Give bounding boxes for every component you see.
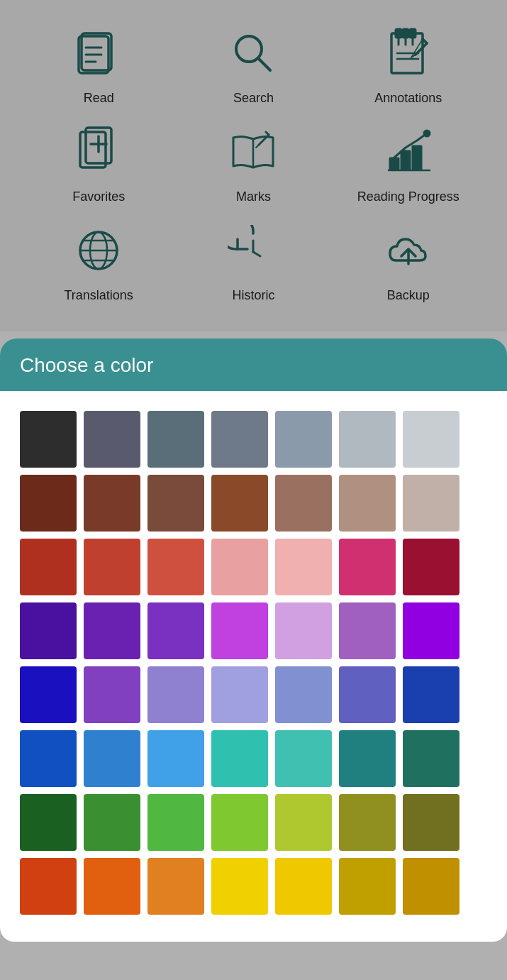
color-swatch[interactable] [211,602,268,659]
menu-item-backup[interactable]: Backup [345,219,472,303]
color-swatch[interactable] [84,730,140,787]
color-swatch[interactable] [403,411,459,468]
color-row-8 [20,858,487,915]
color-swatch[interactable] [211,794,268,851]
color-swatch[interactable] [84,858,140,915]
color-swatch[interactable] [275,858,332,915]
color-swatch[interactable] [339,794,396,851]
color-swatch[interactable] [20,475,77,532]
svg-rect-13 [410,29,416,38]
color-row-7 [20,794,487,851]
color-swatch[interactable] [211,475,268,532]
menu-item-search[interactable]: Search [189,21,317,106]
translations-label: Translations [64,288,133,303]
color-swatch[interactable] [339,475,396,532]
color-swatch[interactable] [339,602,396,659]
color-row-1 [20,411,487,468]
translations-icon [73,225,124,276]
color-swatch[interactable] [275,730,332,787]
color-swatch[interactable] [403,539,459,595]
color-swatch[interactable] [147,730,204,787]
backup-label: Backup [387,288,430,303]
color-swatch[interactable] [20,794,77,851]
color-swatch[interactable] [147,475,204,532]
read-label: Read [84,91,114,106]
favorites-label: Favorites [72,189,125,204]
svg-line-16 [416,43,427,55]
color-swatch[interactable] [20,666,77,723]
color-swatch[interactable] [339,666,396,723]
color-swatch[interactable] [403,730,459,787]
color-swatch[interactable] [275,666,332,723]
color-swatch[interactable] [211,411,268,468]
color-swatch[interactable] [403,666,459,723]
menu-item-read[interactable]: Read [35,21,162,106]
color-swatch[interactable] [20,539,77,595]
color-swatch[interactable] [147,411,204,468]
historic-icon [228,225,279,276]
color-swatch[interactable] [403,858,459,915]
color-swatch[interactable] [275,602,332,659]
color-row-5 [20,666,487,723]
menu-item-translations[interactable]: Translations [35,219,162,303]
color-swatch[interactable] [20,411,77,468]
color-swatch[interactable] [339,539,396,595]
translations-icon-wrap [67,219,130,282]
favorites-icon [73,126,124,177]
annotations-icon-wrap [377,21,440,85]
color-swatch[interactable] [84,539,140,595]
svg-rect-12 [403,29,408,38]
search-icon-wrap [221,21,285,85]
color-swatch[interactable] [275,539,332,595]
color-row-2 [20,475,487,532]
svg-line-26 [266,132,269,135]
color-swatch[interactable] [211,858,268,915]
svg-rect-28 [390,158,399,170]
reading-progress-label: Reading Progress [357,189,459,204]
color-swatch[interactable] [403,794,459,851]
color-section-title: Choose a color [20,354,153,376]
color-swatch[interactable] [403,602,459,659]
color-swatch[interactable] [84,794,140,851]
svg-line-39 [253,252,260,256]
color-swatch[interactable] [211,730,268,787]
color-swatch[interactable] [20,602,77,659]
menu-item-historic[interactable]: Historic [189,219,317,303]
color-swatch[interactable] [339,411,396,468]
menu-item-marks[interactable]: Marks [189,120,317,204]
color-swatch[interactable] [84,602,140,659]
color-swatch[interactable] [147,539,204,595]
color-swatch[interactable] [147,602,204,659]
color-swatch[interactable] [339,730,396,787]
svg-rect-29 [401,151,410,170]
historic-icon-wrap [221,219,285,282]
color-swatch[interactable] [211,666,268,723]
menu-item-annotations[interactable]: Annotations [345,21,472,106]
menu-row-2: Favorites Marks [0,113,507,211]
color-row-3 [20,539,487,595]
color-swatch[interactable] [275,475,332,532]
color-swatch[interactable] [147,794,204,851]
menu-item-favorites[interactable]: Favorites [35,120,162,204]
svg-rect-30 [413,146,421,170]
color-swatch[interactable] [84,666,140,723]
color-swatch[interactable] [275,411,332,468]
marks-icon [228,126,279,177]
color-swatch[interactable] [147,858,204,915]
color-section-header: Choose a color [0,338,507,391]
color-swatch[interactable] [147,666,204,723]
color-palette [0,391,507,942]
color-swatch[interactable] [403,475,459,532]
color-swatch[interactable] [20,858,77,915]
reading-progress-icon-wrap [377,120,440,184]
menu-item-reading-progress[interactable]: Reading Progress [345,120,472,204]
color-swatch[interactable] [20,730,77,787]
color-row-4 [20,602,487,659]
color-swatch[interactable] [339,858,396,915]
color-swatch[interactable] [211,539,268,595]
reading-progress-icon [383,126,434,177]
favorites-icon-wrap [67,120,130,184]
color-swatch[interactable] [84,411,140,468]
color-swatch[interactable] [275,794,332,851]
color-swatch[interactable] [84,475,140,532]
